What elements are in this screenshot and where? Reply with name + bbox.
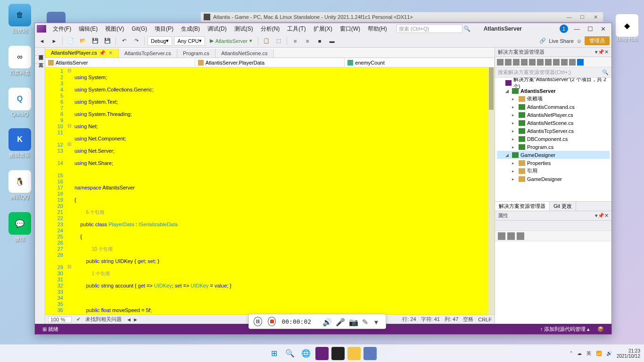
redo-button[interactable]: ↷ (131, 36, 141, 46)
recycle-bin[interactable]: 🗑 回收站 (4, 4, 36, 34)
fold-gutter[interactable]: ⊟⊟⊟⊟⊟ (66, 67, 73, 314)
menu-help[interactable]: 帮助(H) (364, 24, 391, 34)
tab-git-changes[interactable]: Git 更改 (550, 202, 576, 211)
file-command[interactable]: ▸AtlantisCommand.cs (497, 103, 610, 111)
baidu-netdisk[interactable]: ∞ 百度网盘 (4, 46, 36, 76)
panel-pin-icon[interactable]: 📌 (598, 49, 604, 55)
menu-analyze[interactable]: 分析(N) (257, 24, 284, 34)
properties-node[interactable]: ▸Properties (497, 159, 610, 167)
solution-tree[interactable]: 解决方案"AtlantisServer"(2 个项目，共 2 个) ◢Atlan… (495, 78, 611, 201)
open-button[interactable]: 📂 (78, 36, 88, 46)
tab-netscene[interactable]: AtlantisNetScene.cs (215, 49, 273, 58)
new-button[interactable]: 📄 (66, 36, 76, 46)
unity-close-button[interactable]: ✕ (591, 14, 600, 20)
notification-badge[interactable]: 1 (560, 25, 568, 33)
file-netplayer[interactable]: ▸AtlantisNetPlayer.cs (497, 111, 610, 119)
props-combo[interactable] (495, 221, 611, 231)
dependencies-node[interactable]: ▸依赖项 (497, 95, 610, 103)
zoom-dropdown[interactable]: 100 % (48, 316, 72, 323)
unity-window-titlebar[interactable]: Atlantis - Game - PC, Mac & Linux Standa… (200, 12, 603, 22)
camera-off-icon[interactable]: 📷 (349, 318, 356, 325)
save-all-button[interactable]: 💾 (102, 36, 113, 46)
status-repo-icon[interactable]: 📦 (594, 326, 608, 332)
undo-button[interactable]: ↶ (119, 36, 129, 46)
unity-maximize-button[interactable]: ☐ (578, 14, 587, 20)
explorer-icon[interactable] (347, 347, 361, 360)
liveshare-button[interactable]: Live Share (549, 38, 574, 44)
tb-ic-8[interactable] (553, 59, 560, 66)
quickq[interactable]: Q QuickQ (4, 88, 36, 117)
ime-indicator[interactable]: 英 (586, 350, 591, 357)
tb-icon-3[interactable]: ≡ (290, 36, 300, 46)
stop-button[interactable] (268, 317, 276, 326)
tab-netplayer[interactable]: AtlantisNetPlayer.cs📌✕ (45, 49, 119, 58)
nav-project[interactable]: AtlantisServer (45, 58, 195, 67)
file-dbcomponent[interactable]: ▸DBComponent.cs (497, 135, 610, 143)
more-icon[interactable]: ▾ (374, 318, 381, 325)
properties-icon[interactable] (537, 59, 544, 66)
preview-icon[interactable] (545, 59, 552, 66)
vs-minimize-button[interactable]: — (570, 25, 584, 33)
menu-window[interactable]: 窗口(W) (336, 24, 364, 34)
menu-edit[interactable]: 编辑(E) (75, 24, 101, 34)
wrench-icon[interactable] (569, 59, 576, 66)
menu-build[interactable]: 生成(B) (177, 24, 204, 34)
collapse-icon[interactable] (521, 59, 528, 66)
props-wrench-icon[interactable] (517, 232, 524, 240)
show-all-icon[interactable] (529, 59, 536, 66)
save-button[interactable]: 💾 (90, 36, 100, 46)
tb-icon-4[interactable]: ≡ (302, 36, 313, 46)
pin-icon[interactable]: 📌 (99, 50, 106, 56)
tb-icon-2[interactable]: ⬚ (273, 36, 284, 46)
menu-git[interactable]: Git(G) (128, 25, 151, 33)
tb-ic-9[interactable] (561, 59, 568, 66)
file-tcpserver[interactable]: ▸AtlantisTcpServer.cs (497, 127, 610, 135)
camera-taskbar-icon[interactable] (363, 347, 377, 360)
switch-view-icon[interactable] (577, 59, 584, 66)
tb-icon-5[interactable]: ■ (314, 36, 325, 46)
unity-taskbar-icon[interactable] (331, 347, 345, 360)
project-gamedesigner[interactable]: ◢GameDesigner (497, 151, 610, 159)
mic-mute-icon[interactable]: 🎤 (336, 318, 343, 325)
categorize-icon[interactable] (498, 232, 505, 240)
unity-minimize-button[interactable]: — (564, 14, 574, 20)
vs-maximize-button[interactable]: ☐ (584, 25, 597, 33)
platform-dropdown[interactable]: Any CPU ▾ (174, 36, 205, 46)
run-button[interactable]: ▶ AtlantisServer ▾ (207, 38, 255, 44)
search-button[interactable]: 🔍 (283, 347, 297, 360)
screen-recorder-bar[interactable]: 00:00:02 🔊 🎤 📷 ✎ ▾ (248, 314, 386, 329)
start-button[interactable]: ⊞ (267, 347, 281, 360)
code-text[interactable]: using System; using System.Collections.G… (73, 67, 495, 314)
solution-search[interactable]: 搜索解决方案资源管理器(Ctrl+;) 🔍 (495, 67, 611, 78)
status-add-source[interactable]: ↑ 添加到源代码管理 ▴ (536, 326, 594, 333)
tray-chevron-icon[interactable]: ˄ (570, 351, 572, 356)
volume-icon[interactable]: 🔊 (606, 351, 612, 356)
references-node[interactable]: ▸引用 (497, 167, 610, 175)
menu-tools[interactable]: 工具(T) (283, 24, 309, 34)
feedback-icon[interactable]: ☺ (577, 38, 582, 44)
gamedesigner-folder[interactable]: ▸GameDesigner (497, 175, 610, 183)
clock[interactable]: 21:232021/10/12 (617, 348, 640, 359)
tab-tcpserver[interactable]: AtlantisTcpServer.cs (119, 49, 177, 58)
edge-icon[interactable]: 🌐 (299, 347, 313, 360)
nav-class[interactable]: AtlantisServer.PlayerData (195, 58, 345, 67)
menu-extensions[interactable]: 扩展(X) (310, 24, 336, 34)
props-close-icon[interactable]: ✕ (604, 213, 609, 219)
close-icon[interactable]: ✕ (108, 50, 113, 56)
wifi-icon[interactable]: 📶 (596, 351, 602, 356)
pause-button[interactable] (254, 317, 262, 326)
alpha-icon[interactable] (507, 232, 515, 240)
scroll-thumb[interactable] (489, 67, 494, 110)
menu-file[interactable]: 文件(F) (49, 24, 75, 34)
vs-taskbar-icon[interactable] (315, 347, 329, 360)
tencent-qq[interactable]: 🐧 腾讯QQ (4, 170, 36, 201)
code-editor[interactable]: 1234567891011121314151617181920212223242… (45, 67, 495, 314)
windows-taskbar[interactable]: ⊞ 🔍 🌐 ˄ ☁ 英 📶 🔊 21:232021/10/12 (0, 344, 644, 362)
wechat[interactable]: 💬 微信 (4, 212, 36, 243)
server-explorer-tab[interactable]: 服务器资源管理器 (35, 48, 45, 56)
solution-root[interactable]: 解决方案"AtlantisServer"(2 个项目，共 2 个) (497, 79, 610, 87)
kuwo-music[interactable]: K 酷我音乐 (4, 128, 36, 159)
nav-member[interactable]: enemyCount (345, 58, 495, 67)
pen-icon[interactable]: ✎ (362, 318, 369, 325)
panel-close-icon[interactable]: ✕ (604, 49, 609, 55)
